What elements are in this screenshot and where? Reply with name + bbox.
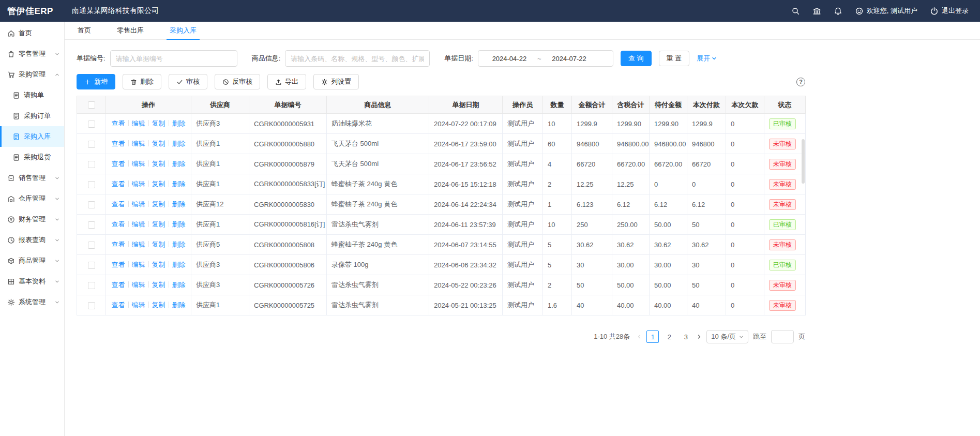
row-checkbox[interactable]	[88, 141, 95, 148]
next-page-icon[interactable]	[697, 334, 702, 339]
cell-date: 2024-06-15 15:12:18	[429, 174, 503, 194]
delete-link[interactable]: 删除	[172, 261, 186, 268]
edit-link[interactable]: 编辑	[132, 301, 145, 309]
expand-link[interactable]: 展开	[697, 54, 717, 63]
view-link[interactable]: 查看	[112, 140, 125, 147]
row-checkbox[interactable]	[88, 282, 95, 289]
delete-link[interactable]: 删除	[172, 119, 186, 127]
unaudit-button[interactable]: 反审核	[215, 74, 260, 89]
delete-link[interactable]: 删除	[172, 220, 186, 228]
prev-page-icon[interactable]	[637, 334, 642, 339]
sidebar-subitem[interactable]: 采购入库	[0, 126, 64, 147]
welcome-user[interactable]: 欢迎您, 测试用户	[855, 6, 917, 16]
status-badge: 未审核	[769, 159, 796, 170]
row-checkbox[interactable]	[88, 121, 95, 128]
sidebar-item[interactable]: 基本资料	[0, 271, 64, 292]
edit-link[interactable]: 编辑	[132, 261, 145, 268]
bank-icon[interactable]	[812, 7, 821, 16]
delete-link[interactable]: 删除	[172, 140, 186, 147]
view-link[interactable]: 查看	[112, 220, 125, 228]
row-checkbox[interactable]	[88, 201, 95, 208]
copy-link[interactable]: 复制	[152, 261, 165, 268]
tab-item[interactable]: 零售出库	[116, 22, 145, 39]
delete-link[interactable]: 删除	[172, 160, 186, 168]
jump-page-input[interactable]	[771, 330, 794, 343]
delete-link[interactable]: 删除	[172, 180, 186, 188]
view-link[interactable]: 查看	[112, 281, 125, 289]
page-number[interactable]: 1	[646, 330, 659, 343]
view-link[interactable]: 查看	[112, 180, 125, 188]
search-button[interactable]: 查 询	[621, 51, 652, 66]
row-checkbox[interactable]	[88, 221, 95, 229]
table-scrollbar[interactable]	[802, 139, 805, 184]
copy-link[interactable]: 复制	[152, 140, 165, 147]
sidebar-subitem[interactable]: 请购单	[0, 85, 64, 106]
tab-item[interactable]: 首页	[77, 22, 92, 39]
delete-link[interactable]: 删除	[172, 301, 186, 309]
copy-link[interactable]: 复制	[152, 240, 165, 248]
sidebar-item[interactable]: 销售管理	[0, 168, 64, 188]
view-link[interactable]: 查看	[112, 200, 125, 208]
sidebar-item[interactable]: 首页	[0, 23, 64, 43]
delete-link[interactable]: 删除	[172, 200, 186, 208]
edit-link[interactable]: 编辑	[132, 119, 145, 127]
product-info-input[interactable]	[285, 50, 430, 67]
column-settings-button[interactable]: 列设置	[313, 74, 359, 89]
view-link[interactable]: 查看	[112, 160, 125, 168]
audit-button[interactable]: 审核	[169, 74, 207, 89]
copy-link[interactable]: 复制	[152, 180, 165, 188]
copy-link[interactable]: 复制	[152, 119, 165, 127]
copy-link[interactable]: 复制	[152, 220, 165, 228]
date-start-input[interactable]	[483, 55, 536, 63]
sidebar-item[interactable]: 财务管理	[0, 209, 64, 230]
chevron-down-icon	[55, 238, 59, 243]
copy-link[interactable]: 复制	[152, 200, 165, 208]
edit-link[interactable]: 编辑	[132, 240, 145, 248]
sidebar-item[interactable]: 系统管理	[0, 292, 64, 312]
sidebar-item[interactable]: 仓库管理	[0, 188, 64, 209]
select-all-checkbox[interactable]	[88, 101, 95, 109]
row-checkbox[interactable]	[88, 302, 95, 309]
page-number[interactable]: 2	[663, 330, 675, 343]
sidebar-item[interactable]: 报表查询	[0, 230, 64, 250]
bill-date-range[interactable]: ~	[478, 50, 613, 67]
view-link[interactable]: 查看	[112, 240, 125, 248]
row-checkbox[interactable]	[88, 242, 95, 249]
sidebar-item[interactable]: 商品管理	[0, 250, 64, 271]
cell-operator: 测试用户	[503, 255, 543, 275]
row-checkbox[interactable]	[88, 262, 95, 269]
tab-item[interactable]: 采购入库	[169, 22, 198, 39]
page-size-select[interactable]: 10 条/页	[706, 330, 748, 343]
copy-link[interactable]: 复制	[152, 160, 165, 168]
sidebar-subitem[interactable]: 采购订单	[0, 106, 64, 126]
edit-link[interactable]: 编辑	[132, 220, 145, 228]
search-icon[interactable]	[791, 7, 800, 16]
edit-link[interactable]: 编辑	[132, 160, 145, 168]
row-checkbox[interactable]	[88, 161, 95, 168]
edit-link[interactable]: 编辑	[132, 140, 145, 147]
date-end-input[interactable]	[542, 55, 596, 63]
view-link[interactable]: 查看	[112, 301, 125, 309]
help-icon[interactable]	[796, 78, 805, 86]
bell-icon[interactable]	[834, 7, 842, 16]
view-link[interactable]: 查看	[112, 261, 125, 268]
bill-no-input[interactable]	[110, 50, 237, 67]
delete-link[interactable]: 删除	[172, 281, 186, 289]
copy-link[interactable]: 复制	[152, 281, 165, 289]
sidebar-item[interactable]: 采购管理	[0, 64, 64, 85]
edit-link[interactable]: 编辑	[132, 200, 145, 208]
export-button[interactable]: 导出	[267, 74, 306, 89]
reset-button[interactable]: 重 置	[659, 51, 690, 66]
sidebar-item[interactable]: 零售管理	[0, 43, 64, 64]
edit-link[interactable]: 编辑	[132, 281, 145, 289]
copy-link[interactable]: 复制	[152, 301, 165, 309]
edit-link[interactable]: 编辑	[132, 180, 145, 188]
row-checkbox[interactable]	[88, 181, 95, 188]
page-number[interactable]: 3	[680, 330, 692, 343]
sidebar-subitem[interactable]: 采购退货	[0, 147, 64, 168]
add-button[interactable]: 新增	[77, 74, 115, 89]
view-link[interactable]: 查看	[112, 119, 125, 127]
logout-button[interactable]: 退出登录	[930, 6, 969, 16]
delete-button[interactable]: 删除	[123, 74, 161, 89]
delete-link[interactable]: 删除	[172, 240, 186, 248]
